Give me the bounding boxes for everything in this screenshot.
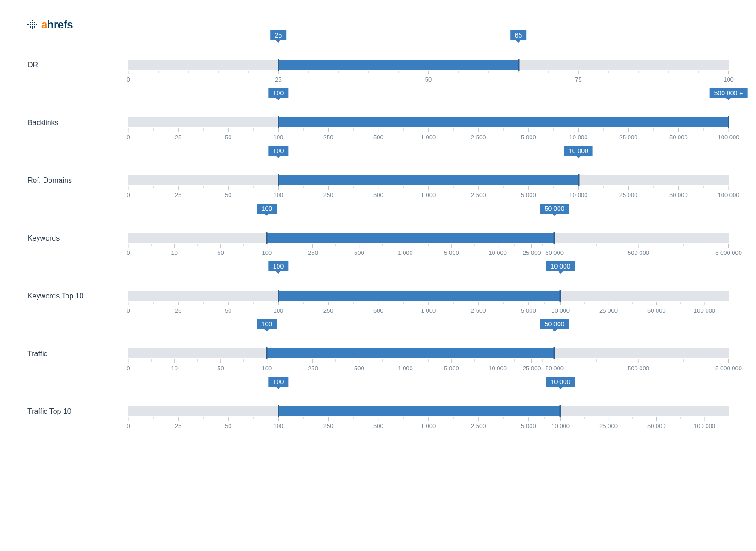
tick-line <box>336 244 336 246</box>
tick-line <box>478 128 479 132</box>
tick-label: 50 000 <box>669 134 688 141</box>
tick-minor <box>382 244 383 246</box>
tick-label: 50 <box>425 76 432 83</box>
range-slider[interactable]: 100500 000 +025501002505001 0002 5005 00… <box>128 103 729 142</box>
tick-label: 1 000 <box>421 134 436 141</box>
tick-minor <box>543 359 543 362</box>
tick-line <box>278 302 279 305</box>
slider-track[interactable] <box>128 406 729 416</box>
tick-line <box>228 302 229 305</box>
tick-line <box>203 128 203 131</box>
tick-label: 2 500 <box>471 307 486 314</box>
tick-label: 5 000 <box>521 307 536 314</box>
tick-major: 0 <box>126 244 130 256</box>
tick-label: 100 <box>274 192 284 198</box>
slider-fill <box>279 291 561 301</box>
tick-minor <box>596 244 597 246</box>
tick-line <box>553 186 553 188</box>
tick-line <box>458 71 459 73</box>
slider-label: Traffic <box>27 334 119 358</box>
slider-track[interactable] <box>128 117 729 127</box>
tick-label: 500 <box>373 134 383 141</box>
tick-major: 100 <box>723 71 734 83</box>
tick-line <box>528 186 529 190</box>
tick-minor <box>353 417 354 419</box>
slider-handle-min[interactable] <box>278 174 279 186</box>
slider-track[interactable] <box>128 291 729 301</box>
tick-line <box>638 244 639 248</box>
slider-handle-max[interactable] <box>560 405 561 417</box>
tick-label: 100 000 <box>694 307 715 314</box>
tick-minor <box>428 359 429 362</box>
slider-row-traffic-top-10: Traffic Top 1010010 000025501002505001 0… <box>27 391 729 431</box>
tick-label: 5 000 <box>521 192 536 198</box>
tick-label: 0 <box>126 134 130 141</box>
slider-handle-max[interactable] <box>578 174 579 186</box>
range-slider[interactable]: 10010 000025501002505001 0002 5005 00010… <box>128 276 729 315</box>
tick-major: 500 000 <box>628 244 649 256</box>
range-slider[interactable]: 10050 000010501002505001 0005 00010 0002… <box>128 334 729 373</box>
tick-label: 100 <box>262 249 272 256</box>
slider-handle-min[interactable] <box>266 347 268 359</box>
tick-line <box>474 359 475 362</box>
tick-label: 50 000 <box>647 423 666 430</box>
tick-major: 25 000 <box>599 417 618 430</box>
tick-label: 50 000 <box>647 307 666 314</box>
tick-line <box>178 302 179 305</box>
tick-minor <box>584 302 585 304</box>
tick-line <box>584 302 585 304</box>
tick-major: 0 <box>126 186 130 198</box>
tick-major: 1 000 <box>421 128 436 141</box>
tick-line <box>228 417 229 421</box>
range-slider[interactable]: 10010 000025501002505001 0002 5005 00010… <box>128 391 729 431</box>
tick-line <box>531 244 532 248</box>
tick-label: 100 000 <box>694 423 715 430</box>
tick-line <box>278 71 279 74</box>
tick-label: 5 000 <box>444 249 459 256</box>
tick-minor <box>632 417 633 419</box>
tick-label: 500 000 <box>628 249 649 256</box>
tick-line <box>188 71 189 73</box>
tick-major: 100 000 <box>694 302 715 314</box>
slider-handle-min[interactable] <box>278 116 279 128</box>
tick-minor <box>603 186 604 188</box>
tick-line <box>218 71 219 73</box>
tick-line <box>428 244 429 246</box>
slider-handle-max[interactable] <box>554 232 555 244</box>
range-slider[interactable]: 10050 000010501002505001 0005 00010 0002… <box>128 218 729 258</box>
tick-major: 1 000 <box>421 417 436 430</box>
tick-line <box>228 186 229 190</box>
tick-major: 500 <box>373 186 383 198</box>
tick-line <box>151 359 152 362</box>
slider-label: Ref. Domains <box>27 160 119 185</box>
slider-handle-min[interactable] <box>266 232 268 244</box>
range-slider[interactable]: 25650255075100 <box>128 45 729 84</box>
tick-line <box>203 186 203 188</box>
tick-label: 10 000 <box>570 192 588 198</box>
tick-line <box>515 244 515 246</box>
slider-ticks: 025501002505001 0002 5005 00010 00025 00… <box>128 186 729 200</box>
slider-track[interactable] <box>128 175 729 185</box>
slider-handle-min[interactable] <box>278 290 279 302</box>
slider-ticks: 010501002505001 0005 00010 00025 00050 0… <box>128 244 729 258</box>
slider-handle-min[interactable] <box>278 405 279 417</box>
slider-handle-max[interactable] <box>728 116 729 128</box>
tick-label: 50 000 <box>545 249 564 256</box>
slider-track[interactable] <box>128 233 729 243</box>
slider-handle-min[interactable] <box>278 59 279 71</box>
slider-badge-max: 10 000 <box>546 377 575 387</box>
slider-track[interactable] <box>128 60 729 70</box>
tick-label: 100 <box>262 365 272 372</box>
slider-row-backlinks: Backlinks100500 000 +025501002505001 000… <box>27 103 729 142</box>
slider-handle-max[interactable] <box>560 290 561 302</box>
slider-handle-max[interactable] <box>554 347 555 359</box>
tick-label: 25 000 <box>523 249 541 256</box>
tick-label: 2 500 <box>471 423 486 430</box>
slider-track[interactable] <box>128 348 729 358</box>
tick-line <box>303 417 304 419</box>
range-slider[interactable]: 10010 000025501002505001 0002 5005 00010… <box>128 160 729 200</box>
tick-minor <box>203 128 203 131</box>
tick-label: 50 <box>225 423 231 430</box>
slider-handle-max[interactable] <box>518 59 519 71</box>
tick-label: 0 <box>126 365 130 372</box>
